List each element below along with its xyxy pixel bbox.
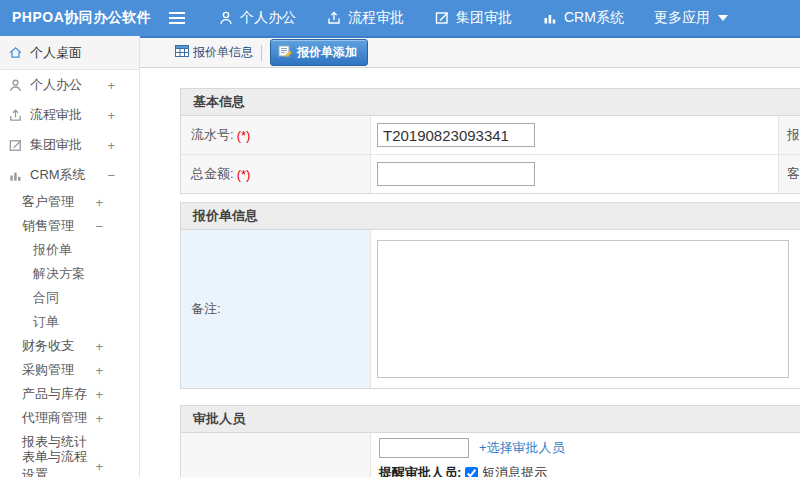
sidebar: 个人桌面 个人办公 + 流程审批 + 集团审批 xyxy=(0,36,140,477)
expand-toggle[interactable]: + xyxy=(95,387,103,402)
sidebar-item-personal-office[interactable]: 个人办公 + xyxy=(0,70,139,100)
nav-flow-approval[interactable]: 流程审批 xyxy=(326,9,404,27)
edit-icon xyxy=(434,10,450,26)
top-header: PHPOA协同办公软件 个人办公 流程审批 集团审批 xyxy=(0,0,800,36)
expand-toggle[interactable]: + xyxy=(107,78,115,93)
choose-approver-link[interactable]: +选择审批人员 xyxy=(479,439,565,457)
user-icon xyxy=(218,10,234,26)
collapse-toggle[interactable]: − xyxy=(107,168,115,183)
required-mark: (*) xyxy=(237,167,251,182)
section-title: 报价单信息 xyxy=(181,203,800,230)
expand-toggle[interactable]: + xyxy=(95,459,103,474)
sidebar-item-label: 集团审批 xyxy=(30,136,82,154)
sidebar-item-solution[interactable]: 解决方案 xyxy=(0,262,139,286)
flow-approval-icon xyxy=(8,108,24,123)
serial-label-cell: 流水号: (*) xyxy=(181,116,371,154)
main-area: 报价单信息 报价单添加 基本信息 流水号: ( xyxy=(140,36,800,477)
sidebar-item-label: 个人办公 xyxy=(30,76,82,94)
tab-strip: 报价单信息 报价单添加 xyxy=(140,36,800,68)
app-window: PHPOA协同办公软件 个人办公 流程审批 集团审批 xyxy=(0,0,800,477)
nav-group-approval[interactable]: 集团审批 xyxy=(434,9,512,27)
sms-remind-label: 短消息提示 xyxy=(482,464,547,477)
sidebar-item-flow-approval[interactable]: 流程审批 + xyxy=(0,100,139,130)
tab-quotation-add-active[interactable]: 报价单添加 xyxy=(270,39,368,66)
nav-label: 集团审批 xyxy=(456,9,512,27)
expand-toggle[interactable]: + xyxy=(95,411,103,426)
approver-input[interactable] xyxy=(379,438,469,458)
sidebar-item-label: 代理商管理 xyxy=(22,409,87,427)
sidebar-item-sales-mgmt[interactable]: 销售管理 − xyxy=(0,214,139,238)
right-label-cell: 客户 xyxy=(778,155,800,193)
nav-label: 个人办公 xyxy=(240,9,296,27)
tab-label: 报价单添加 xyxy=(297,44,357,61)
bar-chart-icon xyxy=(542,10,558,26)
sidebar-item-personal-desktop[interactable]: 个人桌面 xyxy=(0,36,139,70)
form-row-serial: 流水号: (*) 报价 xyxy=(181,116,800,154)
section-title: 审批人员 xyxy=(181,406,800,433)
sidebar-item-quotation[interactable]: 报价单 xyxy=(0,238,139,262)
sidebar-item-agent-mgmt[interactable]: 代理商管理 + xyxy=(0,406,139,430)
sidebar-item-label: 个人桌面 xyxy=(30,44,82,62)
chevron-down-icon xyxy=(718,15,728,21)
sidebar-item-order[interactable]: 订单 xyxy=(0,310,139,334)
section-approvers: 审批人员 设置审批人员: (*) +选择审批人员 提醒审 xyxy=(180,405,800,477)
sidebar-item-customer-mgmt[interactable]: 客户管理 + xyxy=(0,190,139,214)
sidebar-item-label: 表单与流程设置 xyxy=(22,448,94,477)
sidebar-item-label: 解决方案 xyxy=(33,265,85,283)
field-label: 总金额: xyxy=(191,165,234,183)
field-label: 备注: xyxy=(191,300,221,318)
expand-toggle[interactable]: + xyxy=(107,108,115,123)
hamburger-menu-icon[interactable] xyxy=(168,10,188,26)
tab-label: 报价单信息 xyxy=(193,44,253,61)
flow-approval-icon xyxy=(326,10,342,26)
sidebar-item-label: CRM系统 xyxy=(30,166,86,184)
app-logo: PHPOA协同办公软件 xyxy=(0,9,168,27)
remark-field-cell xyxy=(371,230,800,388)
sidebar-item-group-approval[interactable]: 集团审批 + xyxy=(0,130,139,160)
nav-label: CRM系统 xyxy=(564,9,624,27)
total-amount-input[interactable] xyxy=(377,162,535,186)
remark-textarea[interactable] xyxy=(377,240,789,378)
home-icon xyxy=(8,45,24,60)
nav-crm-system[interactable]: CRM系统 xyxy=(542,9,624,27)
right-label-cell: 报价 xyxy=(778,116,800,154)
edit-icon xyxy=(8,138,24,153)
sms-remind-checkbox[interactable] xyxy=(465,467,478,477)
sidebar-item-purchase-mgmt[interactable]: 采购管理 + xyxy=(0,358,139,382)
nav-more-apps[interactable]: 更多应用 xyxy=(654,9,728,27)
total-label-cell: 总金额: (*) xyxy=(181,155,371,193)
expand-toggle[interactable]: + xyxy=(95,363,103,378)
user-icon xyxy=(8,78,24,93)
expand-toggle[interactable]: + xyxy=(107,138,115,153)
serial-number-input[interactable] xyxy=(377,123,535,147)
required-mark: (*) xyxy=(237,128,251,143)
field-label-truncated: 报价 xyxy=(787,126,800,144)
bar-chart-icon xyxy=(8,168,24,183)
sidebar-item-finance[interactable]: 财务收支 + xyxy=(0,334,139,358)
sidebar-item-contract[interactable]: 合同 xyxy=(0,286,139,310)
nav-label: 更多应用 xyxy=(654,9,710,27)
sidebar-item-crm-system[interactable]: CRM系统 − xyxy=(0,160,139,190)
sidebar-item-label: 财务收支 xyxy=(22,337,74,355)
sidebar-item-label: 订单 xyxy=(33,313,59,331)
sidebar-item-label: 合同 xyxy=(33,289,59,307)
sidebar-item-product-inventory[interactable]: 产品与库存 + xyxy=(0,382,139,406)
section-quotation-info: 报价单信息 备注: xyxy=(180,202,800,389)
section-basic-info: 基本信息 流水号: (*) 报价 xyxy=(180,88,800,194)
form-row-approvers: 设置审批人员: (*) +选择审批人员 提醒审批人员: 短消息提示 xyxy=(181,433,800,477)
collapse-toggle[interactable]: − xyxy=(95,219,103,234)
tab-quotation-info[interactable]: 报价单信息 xyxy=(175,44,253,61)
form-add-icon xyxy=(278,45,292,60)
nav-label: 流程审批 xyxy=(348,9,404,27)
nav-personal-office[interactable]: 个人办公 xyxy=(218,9,296,27)
approver-label-cell: 设置审批人员: (*) xyxy=(181,433,371,477)
sidebar-item-label: 报价单 xyxy=(33,241,72,259)
expand-toggle[interactable]: + xyxy=(95,195,103,210)
sidebar-item-form-flow-settings[interactable]: 表单与流程设置+ xyxy=(0,454,139,477)
form-row-total: 总金额: (*) 客户 xyxy=(181,154,800,193)
expand-toggle[interactable]: + xyxy=(95,339,103,354)
form-content: 基本信息 流水号: (*) 报价 xyxy=(140,68,800,477)
approver-field-cell: +选择审批人员 提醒审批人员: 短消息提示 注：流程第一步审批人员，这里选择你的… xyxy=(371,433,800,477)
sidebar-item-label: 客户管理 xyxy=(22,193,74,211)
field-label-truncated: 客户 xyxy=(787,165,800,183)
